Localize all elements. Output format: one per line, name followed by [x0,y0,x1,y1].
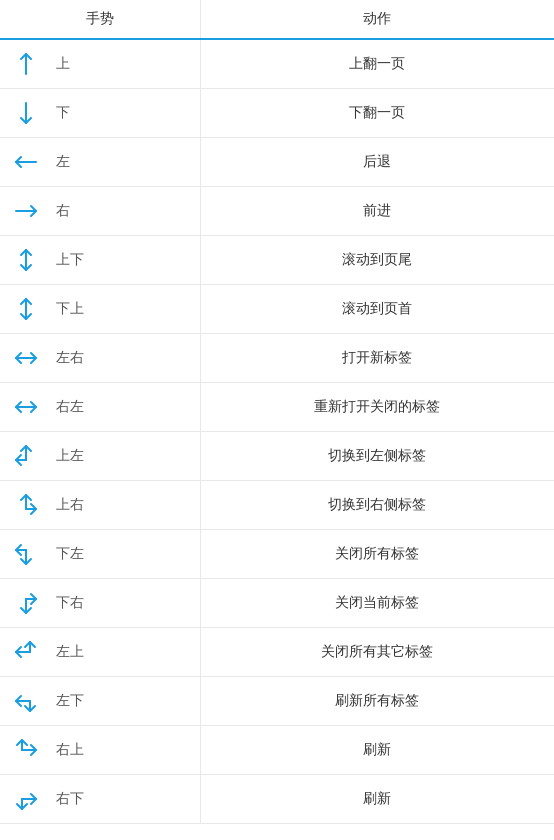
action-label-11: 关闭当前标签 [335,594,419,610]
table-row: 下下翻一页 [0,89,554,138]
gesture-table: 手势 动作 上上翻一页 下下翻一页 左后退 右前进 上下滚动到页尾 [0,0,554,824]
gesture-content-9: 上右 [8,491,192,519]
action-cell-6: 打开新标签 [200,334,554,383]
gesture-label-0: 上 [56,55,70,73]
up-left-icon [8,442,44,470]
action-label-14: 刷新 [363,741,391,757]
gesture-cell-7: 右左 [0,383,200,432]
arrow-down-icon [8,99,44,127]
gesture-label-11: 下右 [56,594,84,612]
gesture-cell-5: 下上 [0,285,200,334]
gesture-table-container: 手势 动作 上上翻一页 下下翻一页 左后退 右前进 上下滚动到页尾 [0,0,554,824]
left-right-icon [8,344,44,372]
table-row: 下右关闭当前标签 [0,579,554,628]
gesture-content-6: 左右 [8,344,192,372]
down-up-icon [8,295,44,323]
gesture-label-2: 左 [56,153,70,171]
left-up-icon [8,638,44,666]
gesture-label-8: 上左 [56,447,84,465]
action-label-3: 前进 [363,202,391,218]
gesture-label-4: 上下 [56,251,84,269]
action-cell-4: 滚动到页尾 [200,236,554,285]
table-row: 左右打开新标签 [0,334,554,383]
table-row: 上下滚动到页尾 [0,236,554,285]
gesture-content-0: 上 [8,50,192,78]
action-cell-0: 上翻一页 [200,39,554,89]
action-label-12: 关闭所有其它标签 [321,643,433,659]
gesture-cell-12: 左上 [0,628,200,677]
header-action: 动作 [200,0,554,39]
gesture-cell-9: 上右 [0,481,200,530]
gesture-content-3: 右 [8,197,192,225]
gesture-content-5: 下上 [8,295,192,323]
action-label-7: 重新打开关闭的标签 [314,398,440,414]
arrow-right-icon [8,197,44,225]
action-label-4: 滚动到页尾 [342,251,412,267]
action-label-0: 上翻一页 [349,55,405,71]
gesture-cell-3: 右 [0,187,200,236]
table-row: 下上滚动到页首 [0,285,554,334]
action-label-9: 切换到右侧标签 [328,496,426,512]
action-cell-8: 切换到左侧标签 [200,432,554,481]
action-label-8: 切换到左侧标签 [328,447,426,463]
gesture-label-6: 左右 [56,349,84,367]
table-row: 右下刷新 [0,775,554,824]
up-down-icon [8,246,44,274]
right-up-icon [8,736,44,764]
gesture-label-12: 左上 [56,643,84,661]
action-cell-10: 关闭所有标签 [200,530,554,579]
action-label-10: 关闭所有标签 [335,545,419,561]
left-down-icon [8,687,44,715]
gesture-cell-2: 左 [0,138,200,187]
table-row: 上左切换到左侧标签 [0,432,554,481]
action-cell-9: 切换到右侧标签 [200,481,554,530]
gesture-label-1: 下 [56,104,70,122]
gesture-cell-1: 下 [0,89,200,138]
arrow-left-icon [8,148,44,176]
gesture-label-10: 下左 [56,545,84,563]
down-right-icon [8,589,44,617]
gesture-label-15: 右下 [56,790,84,808]
gesture-content-1: 下 [8,99,192,127]
gesture-cell-10: 下左 [0,530,200,579]
gesture-label-13: 左下 [56,692,84,710]
action-cell-11: 关闭当前标签 [200,579,554,628]
gesture-content-2: 左 [8,148,192,176]
gesture-label-7: 右左 [56,398,84,416]
action-label-6: 打开新标签 [342,349,412,365]
action-cell-7: 重新打开关闭的标签 [200,383,554,432]
action-label-1: 下翻一页 [349,104,405,120]
gesture-content-13: 左下 [8,687,192,715]
gesture-cell-6: 左右 [0,334,200,383]
table-row: 右前进 [0,187,554,236]
table-row: 上右切换到右侧标签 [0,481,554,530]
gesture-cell-4: 上下 [0,236,200,285]
arrow-up-icon [8,50,44,78]
down-left-icon [8,540,44,568]
action-cell-3: 前进 [200,187,554,236]
action-label-13: 刷新所有标签 [335,692,419,708]
action-label-2: 后退 [363,153,391,169]
action-label-15: 刷新 [363,790,391,806]
gesture-label-9: 上右 [56,496,84,514]
table-row: 上上翻一页 [0,39,554,89]
gesture-cell-14: 右上 [0,726,200,775]
gesture-content-10: 下左 [8,540,192,568]
right-down-icon [8,785,44,813]
gesture-content-12: 左上 [8,638,192,666]
gesture-content-15: 右下 [8,785,192,813]
up-right-icon [8,491,44,519]
gesture-content-4: 上下 [8,246,192,274]
action-label-5: 滚动到页首 [342,300,412,316]
gesture-cell-11: 下右 [0,579,200,628]
right-left-icon [8,393,44,421]
table-row: 右左重新打开关闭的标签 [0,383,554,432]
gesture-content-11: 下右 [8,589,192,617]
action-cell-2: 后退 [200,138,554,187]
gesture-cell-8: 上左 [0,432,200,481]
gesture-label-3: 右 [56,202,70,220]
gesture-label-5: 下上 [56,300,84,318]
gesture-content-7: 右左 [8,393,192,421]
gesture-cell-15: 右下 [0,775,200,824]
gesture-content-8: 上左 [8,442,192,470]
